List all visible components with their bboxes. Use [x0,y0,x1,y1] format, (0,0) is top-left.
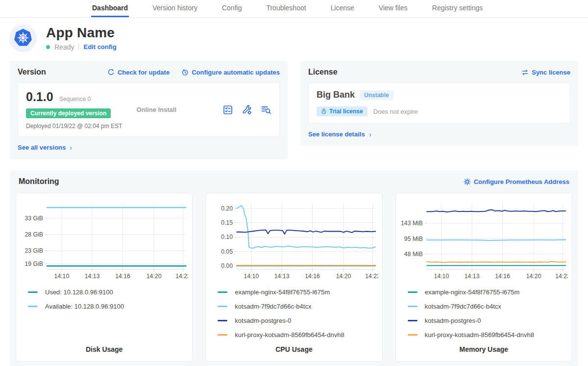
svg-text:95 MiB: 95 MiB [404,235,423,242]
svg-text:14:23: 14:23 [366,273,378,280]
legend-swatch [218,291,227,293]
stopwatch-icon [321,108,327,114]
legend-swatch [28,291,38,293]
chart-legend: example-nginx-54f8f76755-l675mkotsadm-7f… [408,288,568,339]
chart-card-memory-usage: 14:1014:1314:1614:2014:23143 MiB95 MiB48… [395,193,572,362]
license-expiry: Does not expire [373,108,418,115]
legend-item: kotsadm-postgres-0 [408,317,568,324]
sync-license-button[interactable]: Sync license [521,69,570,76]
svg-text:48 MiB: 48 MiB [404,251,423,258]
legend-item: kotsadm-7f9dc7d66c-b4tcx [218,303,378,310]
svg-text:0.05: 0.05 [221,248,233,255]
version-number: 0.1.0 [26,90,53,104]
legend-swatch [218,320,227,321]
legend-item: kurl-proxy-kotsadm-8569fb6454-dnvh8 [218,331,378,339]
chart-title: CPU Usage [210,339,378,357]
tab-troubleshoot[interactable]: Troubleshoot [265,0,307,17]
svg-text:14:13: 14:13 [464,273,479,280]
legend-swatch [408,291,417,293]
svg-text:14:20: 14:20 [147,273,162,280]
refresh-icon [107,69,115,76]
chart-plot: 14:1014:1314:1614:2014:23143 MiB95 MiB48… [400,198,568,285]
svg-text:0.20: 0.20 [221,205,233,212]
svg-text:0.15: 0.15 [221,219,233,226]
chart-card-cpu-usage: 14:1014:1314:1614:2014:230.200.150.100.0… [205,193,382,362]
app-header: App Name Ready Edit config [0,18,588,55]
chart-legend: example-nginx-54f8f76755-l675mkotsadm-7f… [218,288,378,339]
legend-label: Used: 10.128.0.96:9100 [45,288,113,296]
monitoring-title: Monitoring [19,177,59,186]
legend-item: kotsadm-postgres-0 [218,317,378,324]
tab-license[interactable]: License [330,0,355,17]
see-all-versions-link[interactable]: See all versions› [18,143,72,152]
license-name: Big Bank [317,90,355,100]
divider [78,43,79,51]
svg-text:14:13: 14:13 [274,273,290,280]
edit-config-icon[interactable] [242,105,252,115]
legend-swatch [408,320,417,321]
legend-label: Available: 10.128.0.96:9100 [45,303,124,310]
deployed-timestamp: Deployed 01/19/22 @ 02:04 pm EST [26,123,136,130]
legend-swatch [408,334,417,336]
legend-swatch [218,334,227,336]
current-version-card: 0.1.0 Sequence 0 Currently deployed vers… [18,82,280,137]
svg-text:14:13: 14:13 [85,273,100,280]
version-title: Version [18,68,46,77]
legend-item: example-nginx-54f8f76755-l675m [408,288,568,296]
configure-automatic-updates-button[interactable]: Configure automatic updates [181,69,280,76]
preflight-checks-icon[interactable] [222,105,233,115]
chart-title: Disk Usage [20,339,188,357]
tab-version-history[interactable]: Version history [151,0,198,17]
license-title: License [308,68,338,77]
schedule-update-icon [181,69,189,76]
chart-card-disk-usage: 14:1014:1314:1614:2014:2333 GiB28 GiB23 … [16,193,193,362]
legend-swatch [218,306,227,307]
channel-badge: Unstable [360,90,393,100]
legend-swatch [28,306,38,307]
tab-dashboard[interactable]: Dashboard [91,0,129,17]
legend-swatch [408,306,417,307]
svg-text:14:16: 14:16 [115,273,130,280]
legend-label: kotsadm-postgres-0 [425,317,481,324]
see-license-details-link[interactable]: See license details› [308,130,371,138]
legend-label: kotsadm-7f9dc7d66c-b4tcx [425,303,501,310]
install-type: Online Install [136,106,222,113]
status-dot [46,45,50,49]
legend-label: kurl-proxy-kotsadm-8569fb6454-dnvh8 [235,331,344,339]
kubernetes-logo [12,26,34,49]
version-sequence: Sequence 0 [59,96,91,103]
svg-text:19 GiB: 19 GiB [25,261,43,267]
edit-config-link[interactable]: Edit config [83,43,116,51]
license-card: Big Bank Unstable Trial license Does not… [308,82,570,124]
legend-label: example-nginx-54f8f76755-l675m [235,288,330,296]
charts-row: 14:1014:1314:1614:2014:2333 GiB28 GiB23 … [16,193,572,362]
gear-icon [464,178,471,185]
license-panel: License Sync license Big Bank Unstable [300,61,578,146]
chart-plot: 14:1014:1314:1614:2014:230.200.150.100.0… [210,198,378,285]
svg-text:0.00: 0.00 [221,262,233,269]
version-panel: Version Check for update Configure au [10,61,288,159]
legend-label: kotsadm-postgres-0 [235,317,291,324]
svg-text:143 MiB: 143 MiB [401,220,423,227]
page-title: App Name [46,25,117,41]
status-text: Ready [54,43,74,51]
app-icon [10,25,36,51]
svg-text:14:10: 14:10 [244,273,259,280]
configure-prometheus-button[interactable]: Configure Prometheus Address [464,178,569,185]
legend-item: Used: 10.128.0.96:9100 [28,288,188,296]
svg-text:14:10: 14:10 [54,273,70,280]
tab-config[interactable]: Config [221,0,243,17]
legend-label: kurl-proxy-kotsadm-8569fb6454-dnvh8 [425,331,534,339]
view-logs-icon[interactable] [261,105,271,115]
legend-item: Available: 10.128.0.96:9100 [28,303,188,310]
tab-registry-settings[interactable]: Registry settings [431,0,484,17]
deployed-badge: Currently deployed version [26,108,111,118]
chevron-right-icon: › [70,143,72,152]
svg-text:14:20: 14:20 [526,273,541,280]
check-for-update-button[interactable]: Check for update [107,69,170,76]
tab-view-files[interactable]: View files [378,0,409,17]
legend-label: example-nginx-54f8f76755-l675m [425,288,520,296]
monitoring-panel: Monitoring Configure Prometheus Address … [10,170,578,366]
sync-icon [521,69,529,76]
legend-item: kurl-proxy-kotsadm-8569fb6454-dnvh8 [408,331,568,339]
